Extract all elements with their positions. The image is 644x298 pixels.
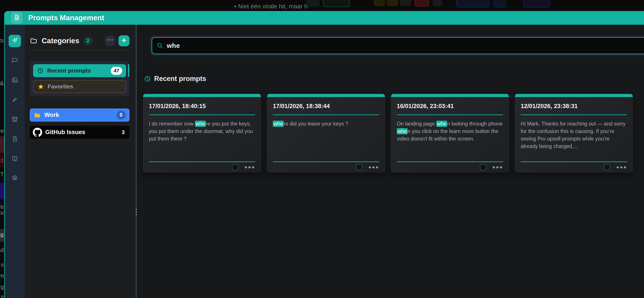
divider	[521, 114, 627, 115]
folder-icon	[30, 37, 37, 44]
background-text-fragment: s	[1, 262, 4, 268]
sidebar-item-document[interactable]	[8, 133, 21, 145]
select-circle-button[interactable]	[356, 164, 362, 170]
chat-icon	[11, 57, 18, 65]
search-icon	[156, 42, 163, 49]
card-menu-button[interactable]: ●●●	[368, 165, 379, 170]
sidebar-item-book[interactable]	[8, 153, 21, 165]
search-match-highlight: whe	[436, 121, 447, 127]
item-count-badge: 0	[117, 111, 126, 120]
categories-title: Categories	[42, 36, 80, 45]
select-circle-button[interactable]	[232, 164, 238, 170]
card-footer: ●●●	[273, 162, 379, 172]
background-window-button	[323, 0, 350, 7]
star-icon	[38, 84, 44, 90]
background-left-block	[0, 136, 4, 153]
system-items-group: Recent prompts47 Favorites	[30, 61, 130, 96]
divider	[273, 114, 379, 115]
prompt-card[interactable]: 12/01/2026, 23:38:31 Hi Mark, Thanks for…	[515, 94, 633, 172]
background-window-button	[400, 0, 411, 6]
scrollbar-thumb[interactable]	[128, 64, 129, 77]
category-item-github-issues[interactable]: GitHub Issues 3	[30, 126, 130, 139]
sidebar-item-chat[interactable]	[8, 54, 21, 67]
card-menu-button[interactable]: ●●●	[244, 165, 255, 170]
categories-panel: Categories 2 ··· + Recent prompts47 Favo…	[25, 25, 136, 298]
category-item-work[interactable]: Work 0	[30, 108, 130, 122]
divider	[30, 50, 130, 50]
card-accent-bar	[267, 94, 385, 97]
search-box	[152, 37, 644, 54]
background-window-button	[456, 0, 489, 8]
background-window-button	[494, 0, 506, 8]
card-timestamp: 12/01/2026, 23:38:31	[521, 103, 627, 110]
pen-icon	[11, 96, 18, 104]
categories-more-button[interactable]: ···	[105, 36, 115, 46]
card-timestamp: 17/01/2026, 18:38:44	[273, 103, 379, 110]
categories-count-badge: 2	[83, 37, 93, 45]
sparkles-icon	[11, 37, 18, 45]
background-text-fragment: s	[1, 293, 4, 298]
sidebar-item-store[interactable]	[8, 114, 21, 126]
card-menu-button[interactable]: ●●●	[616, 165, 627, 170]
clock-icon	[144, 76, 151, 82]
item-label: Favorites	[48, 83, 73, 90]
background-text-fragment: g	[1, 284, 4, 290]
sidebar-item-sparkles[interactable]	[8, 35, 21, 47]
background-window-button	[523, 0, 550, 8]
background-text-fragment: s &	[0, 80, 4, 87]
book-icon	[11, 155, 18, 163]
sidebar-item-settings[interactable]	[8, 172, 21, 184]
prompt-card[interactable]: 16/01/2026, 23:03:41 On landing page whe…	[391, 94, 509, 172]
card-accent-bar	[143, 94, 261, 97]
page-title: Prompts Management	[28, 14, 104, 22]
item-count-badge: 3	[122, 129, 124, 136]
sidebar-item-pen[interactable]	[8, 94, 21, 106]
recent-prompts-heading: Recent prompts	[144, 75, 206, 83]
divider	[397, 114, 503, 115]
background-text-fragment: ts	[0, 37, 4, 44]
background-text-fragment: eg	[0, 231, 4, 238]
select-circle-button[interactable]	[604, 164, 610, 170]
item-count-badge: 47	[111, 67, 122, 75]
prompts-management-window: Prompts Management Categories 2 ··· + Re…	[4, 11, 644, 298]
divider	[149, 114, 255, 115]
document-icon	[11, 136, 18, 143]
add-category-button[interactable]: +	[118, 35, 130, 46]
background-text-fragment: 01	[0, 157, 4, 164]
prompt-cards-grid: 17/01/2026, 18:40:15 I do remember now w…	[143, 94, 633, 172]
card-menu-button[interactable]: ●●●	[492, 165, 503, 170]
item-label: Work	[44, 112, 59, 118]
card-footer: ●●●	[397, 162, 503, 172]
card-accent-bar	[391, 94, 509, 97]
search-match-highlight: whe	[397, 128, 408, 134]
store-icon	[11, 116, 18, 124]
sidebar-item-recent-prompts[interactable]: Recent prompts47	[33, 64, 126, 77]
search-container	[150, 35, 644, 56]
card-timestamp: 16/01/2026, 23:03:41	[397, 103, 503, 110]
prompt-card[interactable]: 17/01/2026, 18:40:15 I do remember now w…	[143, 94, 261, 172]
select-circle-button[interactable]	[480, 164, 486, 170]
card-accent-bar	[515, 94, 633, 97]
card-prompt-text: On landing page when looking through pho…	[397, 120, 503, 142]
app-header: Prompts Management	[5, 11, 644, 25]
gear-icon	[11, 175, 18, 182]
background-left-edge: tss &ve01Tfeatuegadsmgs	[0, 0, 4, 298]
card-footer: ●●●	[149, 162, 255, 172]
search-input[interactable]	[167, 42, 644, 50]
main-content: Recent prompts 17/01/2026, 18:40:15 I do…	[137, 25, 644, 298]
document-icon	[14, 14, 20, 22]
sidebar-item-image[interactable]	[8, 74, 21, 86]
background-text-fragment: atu	[0, 209, 4, 216]
icon-rail	[5, 25, 25, 298]
background-window-button	[433, 0, 442, 6]
background-window-button	[374, 0, 385, 6]
item-label: GitHub Issues	[45, 129, 85, 136]
prompt-card[interactable]: 17/01/2026, 18:38:44 where did you leave…	[267, 94, 385, 172]
background-window-button	[414, 0, 429, 6]
background-window-text: • Niet één virale hit, maar h	[234, 3, 308, 10]
card-timestamp: 17/01/2026, 18:40:15	[149, 103, 255, 110]
search-match-highlight: whe	[273, 121, 284, 127]
sidebar-item-favorites[interactable]: Favorites	[33, 80, 126, 93]
recent-prompts-heading-label: Recent prompts	[154, 75, 206, 83]
background-window-button	[386, 0, 398, 6]
